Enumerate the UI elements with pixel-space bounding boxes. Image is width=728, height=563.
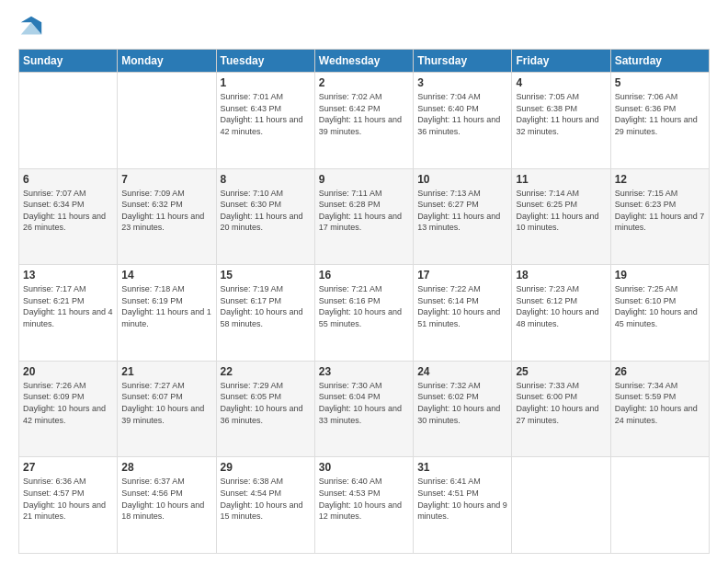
day-info: Sunrise: 7:11 AM Sunset: 6:28 PM Dayligh… — [319, 188, 409, 234]
day-info: Sunrise: 7:01 AM Sunset: 6:43 PM Dayligh… — [221, 91, 311, 137]
day-number: 9 — [319, 173, 409, 186]
day-info: Sunrise: 6:38 AM Sunset: 4:54 PM Dayligh… — [221, 476, 311, 522]
header — [18, 14, 710, 40]
day-number: 8 — [221, 173, 311, 186]
day-info: Sunrise: 7:29 AM Sunset: 6:05 PM Dayligh… — [221, 380, 311, 426]
day-cell: 30Sunrise: 6:40 AM Sunset: 4:53 PM Dayli… — [314, 457, 413, 554]
day-number: 17 — [417, 269, 507, 282]
day-cell: 12Sunrise: 7:15 AM Sunset: 6:23 PM Dayli… — [610, 168, 709, 265]
day-cell — [118, 73, 216, 169]
day-info: Sunrise: 7:07 AM Sunset: 6:34 PM Dayligh… — [23, 188, 113, 234]
day-cell: 21Sunrise: 7:27 AM Sunset: 6:07 PM Dayli… — [118, 361, 216, 457]
day-info: Sunrise: 7:13 AM Sunset: 6:27 PM Dayligh… — [417, 188, 507, 234]
day-info: Sunrise: 7:33 AM Sunset: 6:00 PM Dayligh… — [516, 380, 606, 426]
day-cell: 22Sunrise: 7:29 AM Sunset: 6:05 PM Dayli… — [216, 361, 314, 457]
page: SundayMondayTuesdayWednesdayThursdayFrid… — [0, 0, 728, 563]
day-cell: 6Sunrise: 7:07 AM Sunset: 6:34 PM Daylig… — [19, 168, 118, 265]
day-number: 29 — [221, 461, 311, 474]
day-number: 5 — [615, 76, 705, 89]
col-header-monday: Monday — [118, 50, 216, 73]
day-number: 16 — [319, 269, 409, 282]
day-cell: 3Sunrise: 7:04 AM Sunset: 6:40 PM Daylig… — [414, 73, 512, 169]
day-cell: 18Sunrise: 7:23 AM Sunset: 6:12 PM Dayli… — [512, 265, 610, 362]
day-number: 25 — [516, 365, 606, 378]
day-number: 21 — [121, 365, 211, 378]
day-cell — [512, 457, 610, 554]
day-cell: 11Sunrise: 7:14 AM Sunset: 6:25 PM Dayli… — [512, 168, 610, 265]
day-info: Sunrise: 6:37 AM Sunset: 4:56 PM Dayligh… — [121, 476, 211, 522]
day-cell: 13Sunrise: 7:17 AM Sunset: 6:21 PM Dayli… — [19, 265, 118, 362]
day-number: 6 — [23, 173, 113, 186]
day-cell: 27Sunrise: 6:36 AM Sunset: 4:57 PM Dayli… — [19, 457, 118, 554]
week-row-4: 20Sunrise: 7:26 AM Sunset: 6:09 PM Dayli… — [19, 361, 710, 457]
calendar-table: SundayMondayTuesdayWednesdayThursdayFrid… — [18, 49, 710, 554]
day-info: Sunrise: 7:10 AM Sunset: 6:30 PM Dayligh… — [221, 188, 311, 234]
col-header-tuesday: Tuesday — [216, 50, 314, 73]
day-number: 15 — [221, 269, 311, 282]
day-info: Sunrise: 7:06 AM Sunset: 6:36 PM Dayligh… — [615, 91, 705, 137]
day-number: 11 — [516, 173, 606, 186]
day-info: Sunrise: 7:23 AM Sunset: 6:12 PM Dayligh… — [516, 283, 606, 329]
week-row-3: 13Sunrise: 7:17 AM Sunset: 6:21 PM Dayli… — [19, 265, 710, 362]
col-header-wednesday: Wednesday — [314, 50, 413, 73]
day-cell: 8Sunrise: 7:10 AM Sunset: 6:30 PM Daylig… — [216, 168, 314, 265]
day-info: Sunrise: 7:14 AM Sunset: 6:25 PM Dayligh… — [516, 188, 606, 234]
day-number: 1 — [221, 76, 311, 89]
day-info: Sunrise: 7:17 AM Sunset: 6:21 PM Dayligh… — [23, 283, 113, 329]
day-cell: 19Sunrise: 7:25 AM Sunset: 6:10 PM Dayli… — [610, 265, 709, 362]
day-info: Sunrise: 7:18 AM Sunset: 6:19 PM Dayligh… — [121, 283, 211, 329]
day-cell: 1Sunrise: 7:01 AM Sunset: 6:43 PM Daylig… — [216, 73, 314, 169]
day-number: 23 — [319, 365, 409, 378]
day-info: Sunrise: 7:22 AM Sunset: 6:14 PM Dayligh… — [417, 283, 507, 329]
day-info: Sunrise: 7:32 AM Sunset: 6:02 PM Dayligh… — [417, 380, 507, 426]
day-number: 12 — [615, 173, 705, 186]
day-number: 10 — [417, 173, 507, 186]
col-header-friday: Friday — [512, 50, 610, 73]
day-cell: 28Sunrise: 6:37 AM Sunset: 4:56 PM Dayli… — [118, 457, 216, 554]
day-cell: 31Sunrise: 6:41 AM Sunset: 4:51 PM Dayli… — [414, 457, 512, 554]
day-cell: 24Sunrise: 7:32 AM Sunset: 6:02 PM Dayli… — [414, 361, 512, 457]
day-number: 26 — [615, 365, 705, 378]
col-header-sunday: Sunday — [19, 50, 118, 73]
day-cell: 29Sunrise: 6:38 AM Sunset: 4:54 PM Dayli… — [216, 457, 314, 554]
day-number: 7 — [121, 173, 211, 186]
day-number: 27 — [23, 461, 113, 474]
day-cell: 17Sunrise: 7:22 AM Sunset: 6:14 PM Dayli… — [414, 265, 512, 362]
day-info: Sunrise: 7:27 AM Sunset: 6:07 PM Dayligh… — [121, 380, 211, 426]
day-cell: 23Sunrise: 7:30 AM Sunset: 6:04 PM Dayli… — [314, 361, 413, 457]
day-info: Sunrise: 7:21 AM Sunset: 6:16 PM Dayligh… — [319, 283, 409, 329]
day-cell: 15Sunrise: 7:19 AM Sunset: 6:17 PM Dayli… — [216, 265, 314, 362]
day-info: Sunrise: 7:02 AM Sunset: 6:42 PM Dayligh… — [319, 91, 409, 137]
day-number: 4 — [516, 76, 606, 89]
day-cell: 16Sunrise: 7:21 AM Sunset: 6:16 PM Dayli… — [314, 265, 413, 362]
day-info: Sunrise: 7:25 AM Sunset: 6:10 PM Dayligh… — [615, 283, 705, 329]
day-number: 14 — [121, 269, 211, 282]
day-number: 18 — [516, 269, 606, 282]
day-info: Sunrise: 7:15 AM Sunset: 6:23 PM Dayligh… — [615, 188, 705, 234]
calendar-header-row: SundayMondayTuesdayWednesdayThursdayFrid… — [19, 50, 710, 73]
day-cell: 25Sunrise: 7:33 AM Sunset: 6:00 PM Dayli… — [512, 361, 610, 457]
col-header-saturday: Saturday — [610, 50, 709, 73]
week-row-1: 1Sunrise: 7:01 AM Sunset: 6:43 PM Daylig… — [19, 73, 710, 169]
day-cell: 2Sunrise: 7:02 AM Sunset: 6:42 PM Daylig… — [314, 73, 413, 169]
day-cell: 10Sunrise: 7:13 AM Sunset: 6:27 PM Dayli… — [414, 168, 512, 265]
day-info: Sunrise: 6:36 AM Sunset: 4:57 PM Dayligh… — [23, 476, 113, 522]
day-cell: 26Sunrise: 7:34 AM Sunset: 5:59 PM Dayli… — [610, 361, 709, 457]
day-info: Sunrise: 7:09 AM Sunset: 6:32 PM Dayligh… — [121, 188, 211, 234]
day-info: Sunrise: 7:26 AM Sunset: 6:09 PM Dayligh… — [23, 380, 113, 426]
logo — [18, 14, 48, 40]
day-cell: 4Sunrise: 7:05 AM Sunset: 6:38 PM Daylig… — [512, 73, 610, 169]
day-cell: 20Sunrise: 7:26 AM Sunset: 6:09 PM Dayli… — [19, 361, 118, 457]
day-number: 24 — [417, 365, 507, 378]
day-number: 3 — [417, 76, 507, 89]
day-number: 13 — [23, 269, 113, 282]
day-number: 30 — [319, 461, 409, 474]
week-row-2: 6Sunrise: 7:07 AM Sunset: 6:34 PM Daylig… — [19, 168, 710, 265]
day-info: Sunrise: 7:30 AM Sunset: 6:04 PM Dayligh… — [319, 380, 409, 426]
day-cell: 7Sunrise: 7:09 AM Sunset: 6:32 PM Daylig… — [118, 168, 216, 265]
day-cell: 9Sunrise: 7:11 AM Sunset: 6:28 PM Daylig… — [314, 168, 413, 265]
day-number: 22 — [221, 365, 311, 378]
day-info: Sunrise: 6:41 AM Sunset: 4:51 PM Dayligh… — [417, 476, 507, 522]
logo-icon — [18, 14, 44, 40]
day-number: 28 — [121, 461, 211, 474]
